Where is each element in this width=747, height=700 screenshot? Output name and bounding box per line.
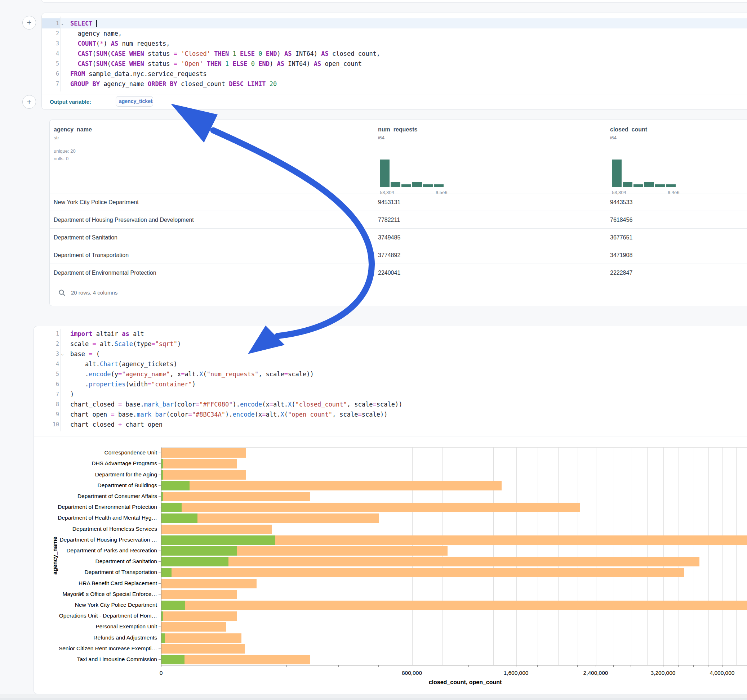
x-axis-tick	[493, 665, 493, 667]
gridline	[493, 448, 494, 665]
code-line[interactable]: agency_name,	[70, 29, 747, 39]
y-axis-label: Department of Transportation	[84, 569, 157, 575]
cell-agency-name: New York City Police Department	[54, 193, 139, 211]
code-line[interactable]: FROM sample_data.nyc.service_requests	[70, 69, 747, 79]
column-name: agency_name	[54, 127, 92, 133]
y-axis-tick	[159, 518, 161, 518]
y-axis-tick	[159, 496, 161, 496]
gridline	[558, 448, 558, 665]
x-axis-tick	[442, 665, 442, 667]
x-axis-tick	[537, 665, 538, 667]
code-line[interactable]: chart_closed + chart_open	[70, 419, 747, 430]
bar-closed-count	[162, 470, 246, 480]
search-icon[interactable]	[58, 289, 66, 298]
code-line[interactable]: chart_closed = base.mark_bar(color="#FFC…	[70, 399, 747, 409]
x-axis-tick	[647, 665, 647, 667]
line-number: 8	[42, 399, 59, 409]
code-line[interactable]: chart_open = base.mark_bar(color="#8BC34…	[70, 409, 747, 419]
code-line[interactable]: CAST(SUM(CASE WHEN status = 'Closed' THE…	[70, 48, 747, 59]
bar-closed-count	[162, 579, 257, 588]
gridline	[631, 448, 631, 665]
add-cell-button-top[interactable]: +	[22, 16, 36, 30]
gridline	[379, 448, 379, 665]
y-axis-label: Department of Homeless Services	[73, 526, 157, 532]
code-line[interactable]: .encode(y="agency_name", x=alt.X("num_re…	[70, 369, 747, 379]
table-row[interactable]: Department of Transportation377489234719…	[50, 246, 747, 264]
output-variable-pill[interactable]: agency_tickets	[116, 96, 153, 107]
histogram-bar	[623, 182, 632, 187]
code-line[interactable]: import altair as alt	[70, 329, 747, 339]
code-line[interactable]: base = (	[70, 349, 747, 359]
code-line[interactable]: GROUP BY agency_name ORDER BY closed_cou…	[70, 79, 747, 89]
code-line[interactable]: scale = alt.Scale(type="sqrt")	[70, 339, 747, 349]
gridline	[596, 448, 596, 665]
sql-editor[interactable]: 1⌄SELECT 2 agency_name,3 COUNT(*) AS num…	[42, 18, 747, 89]
x-axis-tick	[663, 665, 664, 667]
y-axis-label: Department of Sanitation	[95, 558, 157, 564]
line-number: 5	[42, 369, 59, 379]
table-row[interactable]: Department of Environmental Protection22…	[50, 264, 747, 282]
x-axis-tick	[678, 665, 679, 667]
gridline	[578, 448, 578, 665]
bar-closed-count	[162, 644, 245, 653]
bar-closed-count	[162, 525, 272, 534]
chart-plot-area	[161, 447, 747, 665]
column-type: i64	[378, 135, 609, 140]
x-axis-tick	[469, 665, 469, 667]
y-axis-label: Operations Unit - Department of Hom…	[59, 612, 157, 619]
x-axis-tick-label: 2,400,000	[584, 670, 608, 676]
cell-closed-count: 2222847	[610, 264, 632, 282]
bar-closed-count	[162, 459, 237, 468]
histogram-bar	[634, 184, 643, 187]
bar-open-count	[162, 634, 165, 643]
y-axis-label: Correspondence Unit	[104, 450, 157, 456]
code-line[interactable]: CAST(SUM(CASE WHEN status = 'Open' THEN …	[70, 59, 747, 69]
x-axis-tick	[338, 665, 339, 667]
code-line[interactable]: .properties(width="container")	[70, 379, 747, 389]
column-header-num-requests[interactable]: num_requests i64 53,304 9.5e6	[378, 127, 609, 140]
table-row[interactable]: New York City Police Department945313194…	[50, 193, 747, 211]
previous-cell-edge	[41, 0, 747, 3]
y-axis-tick	[159, 561, 161, 562]
histogram-bar	[412, 182, 422, 187]
table-row[interactable]: Department of Housing Preservation and D…	[50, 211, 747, 229]
cell-agency-name: Department of Environmental Protection	[54, 264, 156, 282]
column-header-agency-name[interactable]: agency_name str unique: 20 nulls: 0	[54, 127, 92, 161]
y-axis-tick	[159, 616, 161, 616]
code-line[interactable]: )	[70, 389, 747, 399]
fold-chevron-icon[interactable]: ⌄	[60, 21, 64, 26]
bar-closed-count	[162, 634, 242, 643]
line-number: 3	[42, 349, 59, 359]
code-line[interactable]: COUNT(*) AS num_requests,	[70, 39, 747, 48]
bar-closed-count	[162, 448, 246, 458]
table-row[interactable]: Department of Sanitation37494853677651	[50, 228, 747, 246]
histogram-bar	[666, 184, 676, 187]
cell-closed-count: 9443533	[610, 193, 632, 211]
gridline	[736, 448, 736, 665]
y-axis-tick	[159, 626, 161, 627]
code-line[interactable]: SELECT	[70, 18, 747, 29]
code-line[interactable]: alt.Chart(agency_tickets)	[70, 359, 747, 369]
bar-open-count	[162, 600, 185, 610]
cell-num-requests: 3749485	[378, 229, 400, 246]
x-axis-tick	[708, 665, 708, 667]
bar-closed-count	[162, 481, 502, 490]
python-editor[interactable]: 1import altair as alt2scale = alt.Scale(…	[42, 329, 747, 431]
gridline	[287, 448, 287, 665]
histogram-bar	[401, 184, 411, 187]
y-axis-label: Department of Housing Preservation …	[59, 537, 157, 543]
gridline	[339, 448, 339, 665]
y-axis-label: DHS Advantage Programs	[92, 460, 157, 467]
histogram-bar	[380, 160, 390, 187]
y-axis-label: Taxi and Limousine Commission	[77, 656, 157, 662]
bar-open-count	[162, 459, 163, 468]
add-cell-button-output[interactable]: +	[22, 95, 36, 109]
page-bottom-strip	[0, 694, 747, 700]
bar-open-count	[162, 513, 198, 523]
x-axis-tick-label: 3,200,000	[651, 670, 676, 676]
cell-num-requests: 2240041	[378, 264, 400, 282]
fold-chevron-icon[interactable]: ⌄	[60, 352, 64, 356]
y-axis-tick	[159, 659, 161, 660]
column-header-closed-count[interactable]: closed_count i64 53,304 9.4e6	[610, 127, 747, 140]
x-axis-tick	[286, 665, 287, 667]
